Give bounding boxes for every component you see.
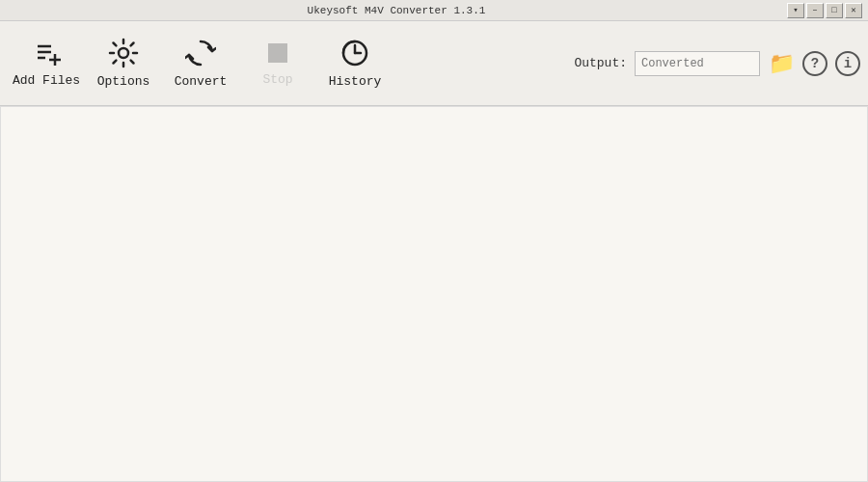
convert-button[interactable]: Convert (162, 26, 239, 101)
add-files-button[interactable]: Add Files (8, 26, 85, 101)
help-button[interactable]: ? (802, 51, 827, 76)
toolbar: Add Files Options Convert (0, 21, 868, 106)
options-icon (108, 38, 139, 68)
convert-label: Convert (175, 74, 228, 89)
folder-icon: 📁 (769, 51, 795, 76)
dropdown-btn[interactable]: ▾ (787, 3, 804, 18)
stop-button[interactable]: Stop (239, 26, 316, 101)
add-files-icon (30, 39, 63, 67)
window-title: Ukeysoft M4V Converter 1.3.1 (6, 5, 787, 16)
question-icon: ? (811, 56, 819, 71)
window-controls: ▾ – □ ✕ (787, 3, 862, 18)
output-input[interactable] (635, 51, 760, 76)
stop-icon (264, 40, 291, 67)
options-button[interactable]: Options (85, 26, 162, 101)
history-icon (339, 38, 370, 68)
add-files-label: Add Files (13, 73, 80, 88)
info-icon: i (844, 56, 852, 71)
output-label: Output: (574, 56, 627, 70)
main-content (0, 106, 868, 482)
svg-rect-6 (268, 43, 287, 63)
history-label: History (329, 74, 382, 89)
options-label: Options (97, 74, 150, 89)
title-bar: Ukeysoft M4V Converter 1.3.1 ▾ – □ ✕ (0, 0, 868, 21)
output-section: Output: 📁 ? i (574, 51, 860, 76)
stop-label: Stop (262, 72, 292, 87)
maximize-btn[interactable]: □ (826, 3, 843, 18)
convert-icon (185, 38, 216, 68)
info-button[interactable]: i (835, 51, 860, 76)
close-btn[interactable]: ✕ (845, 3, 862, 18)
browse-folder-button[interactable]: 📁 (768, 51, 795, 76)
history-button[interactable]: History (316, 26, 393, 101)
svg-point-5 (119, 48, 128, 58)
minimize-btn[interactable]: – (806, 3, 824, 18)
